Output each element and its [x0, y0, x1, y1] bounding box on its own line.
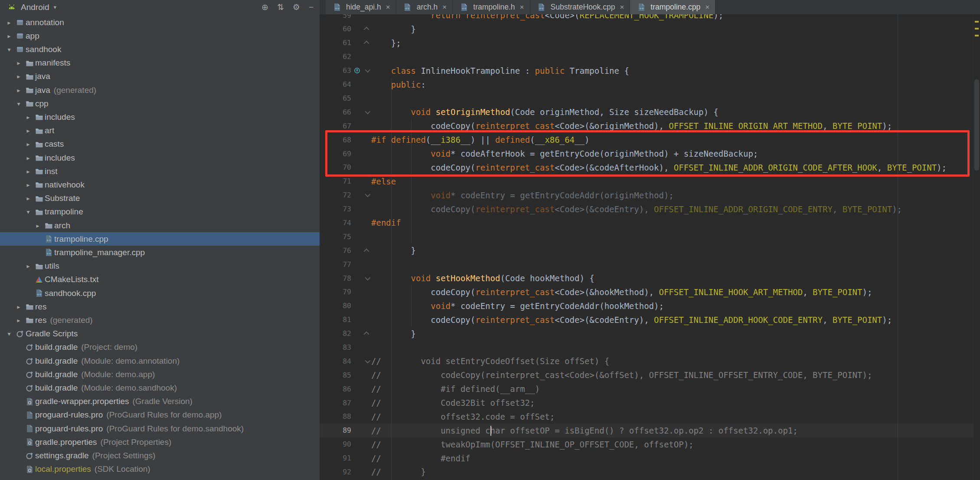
tree-item-Substrate[interactable]: ▸Substrate [0, 192, 343, 205]
tree-item-settings.gradle[interactable]: settings.gradle(Project Settings) [0, 449, 333, 462]
code-line[interactable]: 62 [320, 50, 973, 64]
editor-tab[interactable]: ++trampoline.cpp× [630, 0, 715, 14]
gutter-line-number[interactable]: 59 [320, 14, 351, 20]
code-line[interactable]: 59 return reinterpret_cast<Code>(REPLACE… [320, 14, 973, 22]
tree-item-nativehook[interactable]: ▸nativehook [0, 178, 343, 191]
code-folding-icon[interactable] [363, 193, 371, 197]
chevron-right-icon[interactable]: ▸ [13, 87, 24, 94]
code-line[interactable]: 92// } [320, 465, 973, 479]
gutter-line-number[interactable]: 76 [320, 247, 351, 255]
tree-item-trampoline.cpp[interactable]: ++trampoline.cpp [0, 232, 352, 246]
tree-item-trampoline_manager.cpp[interactable]: ++trampoline_manager.cpp [0, 246, 352, 259]
chevron-right-icon[interactable]: ▸ [23, 195, 33, 202]
tab-close-icon[interactable]: × [520, 3, 524, 12]
code-line[interactable]: 74#endif [320, 216, 973, 230]
tab-close-icon[interactable]: × [620, 3, 624, 12]
warning-stripe-mark[interactable] [975, 21, 979, 23]
gear-icon[interactable]: ⚙ [293, 0, 300, 14]
code-line[interactable]: 68#if defined(__i386__) || defined(__x86… [320, 133, 973, 147]
code-text[interactable]: public: [371, 80, 426, 89]
tree-item-includes[interactable]: ▸includes [0, 110, 343, 124]
code-folding-icon[interactable] [363, 27, 371, 31]
hide-panel-icon[interactable]: − [309, 0, 314, 14]
tree-item-res[interactable]: ▸res [0, 300, 333, 313]
code-line[interactable]: 60 } [320, 22, 973, 36]
gutter-line-number[interactable]: 79 [320, 288, 351, 296]
tree-item-build.gradle[interactable]: build.gradle(Module: demo.annotation) [0, 354, 333, 368]
editor-tab[interactable]: ++trampoline.h× [453, 0, 530, 14]
code-editor[interactable]: 59 return reinterpret_cast<Code>(REPLACE… [320, 14, 973, 480]
gutter-line-number[interactable]: 91 [320, 454, 351, 462]
gutter-line-number[interactable]: 87 [320, 399, 351, 407]
gutter-line-number[interactable]: 67 [320, 122, 351, 130]
code-folding-icon[interactable] [363, 359, 371, 363]
code-line[interactable]: 71#else [320, 174, 973, 188]
chevron-right-icon[interactable]: ▸ [23, 141, 33, 148]
code-folding-icon[interactable] [363, 249, 371, 253]
chevron-right-icon[interactable]: ▸ [4, 19, 14, 26]
code-text[interactable]: class InlineHookTrampoline : public Tram… [371, 66, 629, 76]
tab-close-icon[interactable]: × [386, 3, 390, 12]
code-line[interactable]: 76 } [320, 243, 973, 257]
chevron-down-icon[interactable]: ▾ [23, 208, 33, 215]
code-line[interactable]: 80 void* codeEntry = getEntryCodeAddr(ho… [320, 299, 973, 313]
editor-tab[interactable]: ++arch.h× [396, 0, 453, 14]
gutter-line-number[interactable]: 78 [320, 274, 351, 283]
tree-item-build.gradle[interactable]: build.gradle(Module: demo.app) [0, 368, 333, 381]
code-text[interactable]: #if defined(__i386__) || defined(__x86_6… [371, 135, 589, 145]
gutter-line-number[interactable]: 90 [320, 440, 351, 448]
gutter-line-number[interactable]: 69 [320, 150, 351, 158]
code-text[interactable]: codeCopy(reinterpret_cast<Code>(&codeAft… [371, 163, 947, 172]
code-line[interactable]: 70 codeCopy(reinterpret_cast<Code>(&code… [320, 161, 973, 174]
project-view-selector[interactable]: Android ▾ [0, 3, 56, 12]
gutter-line-number[interactable]: 75 [320, 233, 351, 241]
code-text[interactable]: } [371, 329, 416, 339]
code-line[interactable]: 64 public: [320, 78, 973, 92]
tree-item-res[interactable]: ▸res(generated) [0, 313, 333, 327]
code-text[interactable]: // codeCopy(reinterpret_cast<Code>(&offS… [371, 370, 872, 380]
chevron-right-icon[interactable]: ▸ [13, 317, 24, 324]
code-text[interactable]: // } [371, 467, 426, 477]
code-text[interactable]: // offset32.code = offSet; [371, 412, 555, 421]
chevron-right-icon[interactable]: ▸ [4, 33, 14, 39]
code-text[interactable]: } [371, 24, 416, 34]
code-line[interactable]: 73 codeCopy(reinterpret_cast<Code>(&code… [320, 202, 973, 216]
tree-item-app[interactable]: ▸app [0, 29, 323, 43]
chevron-right-icon[interactable]: ▸ [23, 263, 33, 270]
gutter-line-number[interactable]: 89 [320, 426, 351, 434]
code-folding-icon[interactable] [363, 276, 371, 280]
code-text[interactable]: codeCopy(reinterpret_cast<Code>(&codeEnt… [371, 315, 892, 325]
tree-item-CMakeLists.txt[interactable]: CMakeLists.txt [0, 273, 343, 286]
code-line[interactable]: 89// unsigned char offsetOP = isBigEnd()… [320, 424, 973, 437]
tree-item-art[interactable]: ▸art [0, 124, 343, 138]
gutter-line-number[interactable]: 80 [320, 302, 351, 310]
code-line[interactable]: 88// offset32.code = offSet; [320, 410, 973, 424]
warning-stripe-mark[interactable] [975, 35, 979, 36]
chevron-right-icon[interactable]: ▸ [23, 114, 33, 121]
tree-item-arch[interactable]: ▸arch [0, 219, 352, 232]
chevron-right-icon[interactable]: ▸ [13, 303, 24, 310]
gutter-line-number[interactable]: 72 [320, 191, 351, 199]
tree-item-annotation[interactable]: ▸annotation [0, 16, 323, 29]
code-line[interactable]: 81 codeCopy(reinterpret_cast<Code>(&code… [320, 313, 973, 327]
code-line[interactable]: 85// codeCopy(reinterpret_cast<Code>(&of… [320, 368, 973, 382]
code-line[interactable]: 84// void setEntryCodeOffset(Size offSet… [320, 354, 973, 368]
chevron-right-icon[interactable]: ▸ [13, 73, 24, 80]
chevron-down-icon[interactable]: ▾ [4, 330, 14, 337]
scrollbar-thumb[interactable] [974, 79, 979, 171]
code-text[interactable]: #else [371, 177, 396, 186]
locate-icon[interactable]: ⊕ [261, 0, 268, 14]
chevron-right-icon[interactable]: ▸ [23, 168, 33, 175]
code-line[interactable]: 69 void* codeAfterHook = getEntryCode(or… [320, 147, 973, 161]
chevron-down-icon[interactable]: ▾ [13, 100, 24, 107]
code-line[interactable]: 63 class InlineHookTrampoline : public T… [320, 64, 973, 78]
code-text[interactable]: codeCopy(reinterpret_cast<Code>(&hookMet… [371, 287, 872, 297]
warning-stripe-mark[interactable] [975, 28, 979, 30]
gutter-line-number[interactable]: 77 [320, 260, 351, 269]
tree-item-java[interactable]: ▸java(generated) [0, 83, 333, 97]
code-text[interactable]: void setHookMethod(Code hookMethod) { [371, 273, 595, 283]
tree-item-build.gradle[interactable]: build.gradle(Module: demo.sandhook) [0, 381, 333, 395]
code-text[interactable]: void* codeEntry = getEntryCodeAddr(hookM… [371, 301, 664, 311]
gutter-line-number[interactable]: 63 [320, 66, 351, 75]
code-text[interactable]: // Code32Bit offset32; [371, 398, 535, 408]
